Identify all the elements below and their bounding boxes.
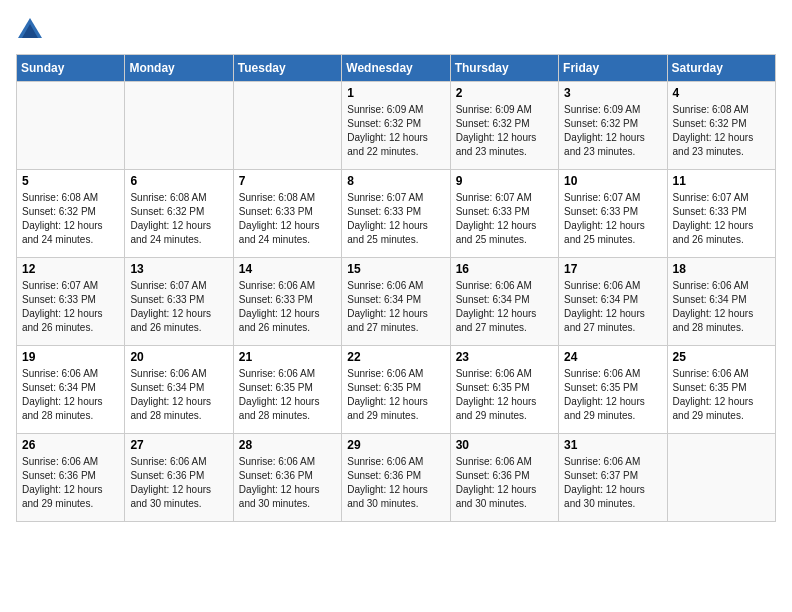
day-info: Sunrise: 6:06 AMSunset: 6:36 PMDaylight:… (347, 455, 444, 511)
day-info: Sunrise: 6:08 AMSunset: 6:32 PMDaylight:… (22, 191, 119, 247)
day-number: 2 (456, 86, 553, 100)
day-info: Sunrise: 6:08 AMSunset: 6:32 PMDaylight:… (673, 103, 770, 159)
day-number: 7 (239, 174, 336, 188)
day-info: Sunrise: 6:06 AMSunset: 6:36 PMDaylight:… (456, 455, 553, 511)
calendar-week-row: 5Sunrise: 6:08 AMSunset: 6:32 PMDaylight… (17, 170, 776, 258)
day-info: Sunrise: 6:06 AMSunset: 6:35 PMDaylight:… (347, 367, 444, 423)
day-info: Sunrise: 6:06 AMSunset: 6:34 PMDaylight:… (130, 367, 227, 423)
calendar-day-cell: 11Sunrise: 6:07 AMSunset: 6:33 PMDayligh… (667, 170, 775, 258)
day-number: 31 (564, 438, 661, 452)
calendar-header-row: SundayMondayTuesdayWednesdayThursdayFrid… (17, 55, 776, 82)
calendar-day-cell: 21Sunrise: 6:06 AMSunset: 6:35 PMDayligh… (233, 346, 341, 434)
day-number: 11 (673, 174, 770, 188)
day-number: 10 (564, 174, 661, 188)
calendar-day-cell: 26Sunrise: 6:06 AMSunset: 6:36 PMDayligh… (17, 434, 125, 522)
day-number: 24 (564, 350, 661, 364)
day-number: 30 (456, 438, 553, 452)
day-of-week-header: Monday (125, 55, 233, 82)
calendar-day-cell: 15Sunrise: 6:06 AMSunset: 6:34 PMDayligh… (342, 258, 450, 346)
calendar-day-cell: 1Sunrise: 6:09 AMSunset: 6:32 PMDaylight… (342, 82, 450, 170)
day-info: Sunrise: 6:09 AMSunset: 6:32 PMDaylight:… (347, 103, 444, 159)
day-number: 17 (564, 262, 661, 276)
day-info: Sunrise: 6:06 AMSunset: 6:34 PMDaylight:… (673, 279, 770, 335)
day-number: 29 (347, 438, 444, 452)
day-number: 28 (239, 438, 336, 452)
day-number: 15 (347, 262, 444, 276)
day-number: 23 (456, 350, 553, 364)
day-number: 5 (22, 174, 119, 188)
page-header (16, 16, 776, 44)
day-number: 12 (22, 262, 119, 276)
calendar-day-cell: 14Sunrise: 6:06 AMSunset: 6:33 PMDayligh… (233, 258, 341, 346)
day-number: 25 (673, 350, 770, 364)
day-number: 8 (347, 174, 444, 188)
day-of-week-header: Wednesday (342, 55, 450, 82)
logo-icon (16, 16, 44, 44)
calendar-day-cell: 28Sunrise: 6:06 AMSunset: 6:36 PMDayligh… (233, 434, 341, 522)
day-number: 3 (564, 86, 661, 100)
calendar-day-cell: 10Sunrise: 6:07 AMSunset: 6:33 PMDayligh… (559, 170, 667, 258)
day-number: 9 (456, 174, 553, 188)
day-number: 22 (347, 350, 444, 364)
calendar-day-cell: 20Sunrise: 6:06 AMSunset: 6:34 PMDayligh… (125, 346, 233, 434)
day-number: 4 (673, 86, 770, 100)
day-info: Sunrise: 6:09 AMSunset: 6:32 PMDaylight:… (456, 103, 553, 159)
calendar-day-cell: 7Sunrise: 6:08 AMSunset: 6:33 PMDaylight… (233, 170, 341, 258)
day-info: Sunrise: 6:07 AMSunset: 6:33 PMDaylight:… (347, 191, 444, 247)
calendar-week-row: 1Sunrise: 6:09 AMSunset: 6:32 PMDaylight… (17, 82, 776, 170)
day-info: Sunrise: 6:07 AMSunset: 6:33 PMDaylight:… (564, 191, 661, 247)
calendar-day-cell: 5Sunrise: 6:08 AMSunset: 6:32 PMDaylight… (17, 170, 125, 258)
day-info: Sunrise: 6:06 AMSunset: 6:35 PMDaylight:… (564, 367, 661, 423)
day-info: Sunrise: 6:08 AMSunset: 6:32 PMDaylight:… (130, 191, 227, 247)
calendar-day-cell: 17Sunrise: 6:06 AMSunset: 6:34 PMDayligh… (559, 258, 667, 346)
calendar-day-cell: 27Sunrise: 6:06 AMSunset: 6:36 PMDayligh… (125, 434, 233, 522)
day-info: Sunrise: 6:06 AMSunset: 6:37 PMDaylight:… (564, 455, 661, 511)
day-info: Sunrise: 6:06 AMSunset: 6:34 PMDaylight:… (564, 279, 661, 335)
day-number: 27 (130, 438, 227, 452)
calendar-day-cell: 3Sunrise: 6:09 AMSunset: 6:32 PMDaylight… (559, 82, 667, 170)
day-info: Sunrise: 6:07 AMSunset: 6:33 PMDaylight:… (130, 279, 227, 335)
calendar-day-cell (17, 82, 125, 170)
day-of-week-header: Saturday (667, 55, 775, 82)
day-number: 6 (130, 174, 227, 188)
day-info: Sunrise: 6:06 AMSunset: 6:34 PMDaylight:… (22, 367, 119, 423)
calendar-day-cell: 16Sunrise: 6:06 AMSunset: 6:34 PMDayligh… (450, 258, 558, 346)
calendar-day-cell: 8Sunrise: 6:07 AMSunset: 6:33 PMDaylight… (342, 170, 450, 258)
calendar-day-cell (125, 82, 233, 170)
day-info: Sunrise: 6:06 AMSunset: 6:35 PMDaylight:… (673, 367, 770, 423)
calendar-week-row: 12Sunrise: 6:07 AMSunset: 6:33 PMDayligh… (17, 258, 776, 346)
calendar-week-row: 19Sunrise: 6:06 AMSunset: 6:34 PMDayligh… (17, 346, 776, 434)
calendar-day-cell: 29Sunrise: 6:06 AMSunset: 6:36 PMDayligh… (342, 434, 450, 522)
calendar-day-cell: 25Sunrise: 6:06 AMSunset: 6:35 PMDayligh… (667, 346, 775, 434)
logo (16, 16, 48, 44)
calendar-day-cell: 19Sunrise: 6:06 AMSunset: 6:34 PMDayligh… (17, 346, 125, 434)
calendar-day-cell: 13Sunrise: 6:07 AMSunset: 6:33 PMDayligh… (125, 258, 233, 346)
calendar-day-cell: 30Sunrise: 6:06 AMSunset: 6:36 PMDayligh… (450, 434, 558, 522)
day-number: 1 (347, 86, 444, 100)
calendar-day-cell: 9Sunrise: 6:07 AMSunset: 6:33 PMDaylight… (450, 170, 558, 258)
day-info: Sunrise: 6:07 AMSunset: 6:33 PMDaylight:… (456, 191, 553, 247)
day-of-week-header: Thursday (450, 55, 558, 82)
calendar-day-cell: 12Sunrise: 6:07 AMSunset: 6:33 PMDayligh… (17, 258, 125, 346)
day-info: Sunrise: 6:06 AMSunset: 6:34 PMDaylight:… (456, 279, 553, 335)
day-info: Sunrise: 6:07 AMSunset: 6:33 PMDaylight:… (22, 279, 119, 335)
day-info: Sunrise: 6:06 AMSunset: 6:36 PMDaylight:… (22, 455, 119, 511)
day-number: 19 (22, 350, 119, 364)
day-info: Sunrise: 6:06 AMSunset: 6:35 PMDaylight:… (456, 367, 553, 423)
calendar-week-row: 26Sunrise: 6:06 AMSunset: 6:36 PMDayligh… (17, 434, 776, 522)
calendar-day-cell: 23Sunrise: 6:06 AMSunset: 6:35 PMDayligh… (450, 346, 558, 434)
day-info: Sunrise: 6:06 AMSunset: 6:36 PMDaylight:… (239, 455, 336, 511)
calendar-day-cell: 22Sunrise: 6:06 AMSunset: 6:35 PMDayligh… (342, 346, 450, 434)
day-info: Sunrise: 6:06 AMSunset: 6:35 PMDaylight:… (239, 367, 336, 423)
day-info: Sunrise: 6:09 AMSunset: 6:32 PMDaylight:… (564, 103, 661, 159)
day-number: 16 (456, 262, 553, 276)
day-of-week-header: Tuesday (233, 55, 341, 82)
calendar-table: SundayMondayTuesdayWednesdayThursdayFrid… (16, 54, 776, 522)
day-info: Sunrise: 6:06 AMSunset: 6:34 PMDaylight:… (347, 279, 444, 335)
day-info: Sunrise: 6:06 AMSunset: 6:36 PMDaylight:… (130, 455, 227, 511)
calendar-day-cell: 4Sunrise: 6:08 AMSunset: 6:32 PMDaylight… (667, 82, 775, 170)
calendar-day-cell: 24Sunrise: 6:06 AMSunset: 6:35 PMDayligh… (559, 346, 667, 434)
calendar-day-cell (233, 82, 341, 170)
day-number: 21 (239, 350, 336, 364)
day-number: 26 (22, 438, 119, 452)
